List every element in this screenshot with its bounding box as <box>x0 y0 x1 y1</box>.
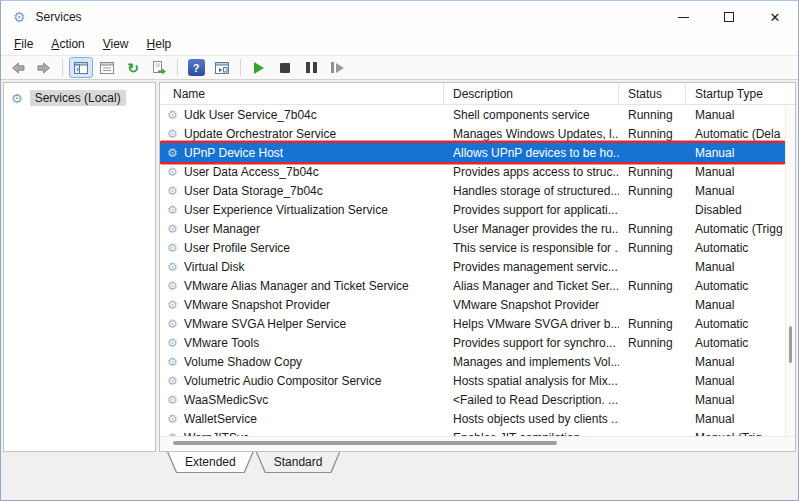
minimize-button[interactable] <box>660 1 706 33</box>
service-startup-cell: Disabled <box>686 203 785 217</box>
title-bar: ⚙ Services ✕ <box>1 1 798 33</box>
horizontal-scrollbar[interactable] <box>160 436 795 451</box>
status-strip <box>1 478 798 500</box>
service-row[interactable]: ⚙ WarpJITSvc Enables JIT compilation ...… <box>160 428 785 436</box>
close-button[interactable]: ✕ <box>752 1 798 33</box>
services-node-label: Services (Local) <box>30 90 126 106</box>
show-action-pane-button[interactable] <box>210 57 234 78</box>
vertical-scrollbar[interactable] <box>785 106 795 437</box>
service-row[interactable]: ⚙ Virtual Disk Provides management servi… <box>160 257 785 276</box>
tab-extended[interactable]: Extended <box>167 452 254 473</box>
service-name-cell: ⚙ Udk User Service_7b04c <box>160 108 444 122</box>
view-tabs: Extended Standard <box>1 452 798 478</box>
service-gear-icon: ⚙ <box>165 280 180 292</box>
service-gear-icon: ⚙ <box>165 109 180 121</box>
service-status-cell: Running <box>619 336 686 350</box>
pause-service-button[interactable] <box>299 57 323 78</box>
service-gear-icon: ⚙ <box>165 166 180 178</box>
service-description-cell: Hosts objects used by clients ... <box>444 412 619 426</box>
service-name-cell: ⚙ WaaSMedicSvc <box>160 393 444 407</box>
service-row[interactable]: ⚙ UPnP Device Host Allows UPnP devices t… <box>160 143 785 162</box>
help-button[interactable]: ? <box>184 57 208 78</box>
service-row[interactable]: ⚙ WaaSMedicSvc <Failed to Read Descripti… <box>160 390 785 409</box>
service-row[interactable]: ⚙ VMware SVGA Helper Service Helps VMwar… <box>160 314 785 333</box>
vertical-scrollbar-thumb[interactable] <box>789 326 792 363</box>
column-header-description[interactable]: Description <box>444 83 619 104</box>
maximize-button[interactable] <box>706 1 752 33</box>
refresh-button[interactable]: ↻ <box>121 57 145 78</box>
back-button[interactable] <box>6 57 30 78</box>
service-gear-icon: ⚙ <box>165 223 180 235</box>
toolbar-separator <box>62 59 63 76</box>
service-row[interactable]: ⚙ VMware Snapshot Provider VMware Snapsh… <box>160 295 785 314</box>
pause-icon <box>306 62 317 73</box>
list-header: Name Description Status Startup Type <box>160 83 795 105</box>
service-status-cell: Running <box>619 108 686 122</box>
menu-file[interactable]: File <box>5 35 42 53</box>
service-description-cell: Allows UPnP devices to be ho... <box>444 146 619 160</box>
service-startup-cell: Manual <box>686 165 785 179</box>
service-name-cell: ⚙ Volumetric Audio Compositor Service <box>160 374 444 388</box>
service-row[interactable]: ⚙ Update Orchestrator Service Manages Wi… <box>160 124 785 143</box>
service-row[interactable]: ⚙ User Manager User Manager provides the… <box>160 219 785 238</box>
column-header-name[interactable]: Name <box>160 83 444 104</box>
service-description-cell: Helps VMware SVGA driver b... <box>444 317 619 331</box>
tab-extended-label: Extended <box>167 452 254 472</box>
service-row[interactable]: ⚙ VMware Alias Manager and Ticket Servic… <box>160 276 785 295</box>
service-status-cell: Running <box>619 127 686 141</box>
service-row[interactable]: ⚙ User Data Access_7b04c Provides apps a… <box>160 162 785 181</box>
service-status-cell: Running <box>619 165 686 179</box>
service-name-cell: ⚙ VMware SVGA Helper Service <box>160 317 444 331</box>
service-description-cell: Manages and implements Vol... <box>444 355 619 369</box>
start-icon <box>254 62 264 74</box>
tab-standard[interactable]: Standard <box>256 452 341 473</box>
service-gear-icon: ⚙ <box>165 356 180 368</box>
show-console-tree-button[interactable] <box>69 57 93 78</box>
content-area: ⚙ Services (Local) Name Description Stat… <box>1 80 798 500</box>
stop-service-button[interactable] <box>273 57 297 78</box>
panes: ⚙ Services (Local) Name Description Stat… <box>1 80 798 452</box>
service-description-cell: Shell components service <box>444 108 619 122</box>
column-header-status[interactable]: Status <box>619 83 686 104</box>
start-service-button[interactable] <box>247 57 271 78</box>
restart-service-button[interactable] <box>325 57 349 78</box>
export-list-button[interactable] <box>147 57 171 78</box>
service-startup-cell: Manual <box>686 108 785 122</box>
service-status-cell: Running <box>619 241 686 255</box>
services-app-icon: ⚙ <box>13 10 26 24</box>
stop-icon <box>280 63 290 73</box>
service-row[interactable]: ⚙ User Profile Service This service is r… <box>160 238 785 257</box>
menu-view[interactable]: View <box>94 35 138 53</box>
properties-button[interactable] <box>95 57 119 78</box>
properties-icon <box>99 60 115 76</box>
service-row[interactable]: ⚙ VMware Tools Provides support for sync… <box>160 333 785 352</box>
column-header-startup-type[interactable]: Startup Type <box>686 83 795 104</box>
service-row[interactable]: ⚙ User Experience Virtualization Service… <box>160 200 785 219</box>
service-description-cell: Provides support for synchro... <box>444 336 619 350</box>
service-gear-icon: ⚙ <box>165 394 180 406</box>
service-name-cell: ⚙ VMware Tools <box>160 336 444 350</box>
action-pane-icon <box>214 60 230 76</box>
service-name-cell: ⚙ Update Orchestrator Service <box>160 127 444 141</box>
horizontal-scrollbar-thumb[interactable] <box>173 441 557 445</box>
help-icon: ? <box>188 59 205 76</box>
restart-icon <box>331 62 344 73</box>
service-row[interactable]: ⚙ WalletService Hosts objects used by cl… <box>160 409 785 428</box>
forward-button[interactable] <box>32 57 56 78</box>
service-status-cell: Running <box>619 222 686 236</box>
window-title: Services <box>36 10 82 24</box>
service-row[interactable]: ⚙ Volumetric Audio Compositor Service Ho… <box>160 371 785 390</box>
menu-action[interactable]: Action <box>42 35 93 53</box>
service-row[interactable]: ⚙ Volume Shadow Copy Manages and impleme… <box>160 352 785 371</box>
service-row[interactable]: ⚙ User Data Storage_7b04c Handles storag… <box>160 181 785 200</box>
tree-item-services-local[interactable]: ⚙ Services (Local) <box>4 90 155 106</box>
services-window: ⚙ Services ✕ File Action View Help ↻ <box>0 0 799 501</box>
toolbar-separator <box>177 59 178 76</box>
service-row[interactable]: ⚙ Udk User Service_7b04c Shell component… <box>160 105 785 124</box>
service-startup-cell: Automatic (Dela <box>686 127 785 141</box>
service-startup-cell: Automatic <box>686 336 785 350</box>
back-icon <box>10 60 26 76</box>
service-name-cell: ⚙ VMware Snapshot Provider <box>160 298 444 312</box>
menu-help[interactable]: Help <box>138 35 181 53</box>
service-startup-cell: Manual <box>686 146 785 160</box>
